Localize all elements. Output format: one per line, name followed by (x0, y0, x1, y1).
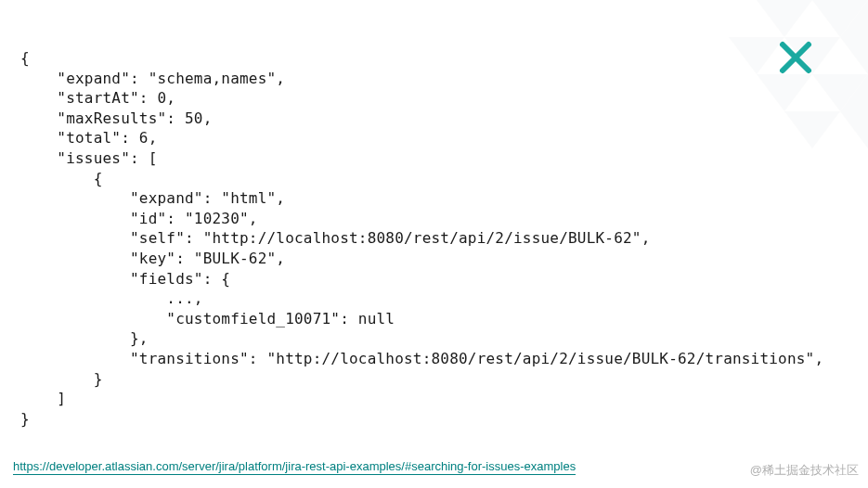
logo (777, 39, 814, 80)
watermark: @稀土掘金技术社区 (750, 462, 859, 479)
svg-marker-1 (757, 0, 812, 37)
source-link[interactable]: https://developer.atlassian.com/server/j… (13, 459, 576, 475)
code-block: { "expand": "schema,names", "startAt": 0… (20, 48, 823, 429)
